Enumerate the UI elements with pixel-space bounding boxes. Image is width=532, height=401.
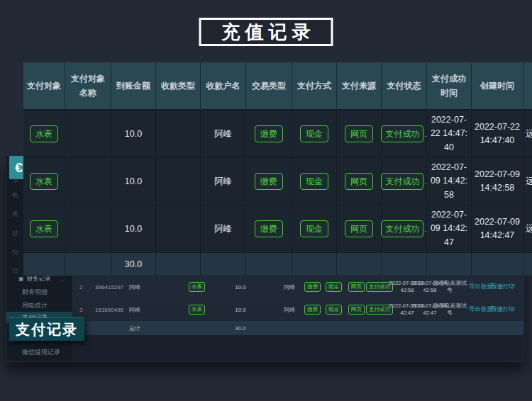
page-title-text: 充值记录	[217, 21, 316, 43]
status-badge: 支付成功	[381, 173, 423, 190]
remark: 远程电表测试号	[432, 280, 467, 295]
col-target-name: 支付对象名称	[65, 62, 111, 111]
cell-pay-method: 现金	[292, 158, 337, 205]
cell-empty	[292, 253, 337, 276]
col-remark	[523, 62, 532, 111]
row-number: 3	[79, 307, 82, 313]
col-create-time: 创建时间	[472, 62, 523, 111]
col-recv-type: 收款类型	[156, 62, 201, 111]
target-tag: 水表	[30, 220, 58, 237]
payee: 阿峰	[284, 283, 295, 291]
prepay-print-link[interactable]: 预缴打印	[491, 283, 515, 291]
pay-method-tag: 现金	[300, 220, 328, 237]
cell-pay-status: 支付成功.	[382, 205, 427, 253]
status-badge: 支付成功	[381, 220, 423, 237]
table-summary-row: 总计 30.0	[72, 321, 523, 335]
cell-pay-method: 现金	[292, 205, 337, 253]
cell-amount: 10.0	[111, 158, 156, 205]
cell-pay-target: 水表	[23, 158, 65, 205]
order-id: 161650495	[95, 307, 123, 313]
cell-empty	[523, 253, 532, 276]
sidebar-item-fragment: 知	[12, 248, 18, 257]
amount: 10.0	[228, 307, 253, 313]
cell-payee: 阿峰	[201, 205, 246, 253]
trade-type-tag: 缴费	[255, 173, 283, 190]
amount: 10.0	[228, 284, 253, 290]
pay-source-tag: 网页	[348, 282, 365, 292]
target-tag: 水表	[189, 282, 205, 292]
cell-empty	[23, 253, 65, 276]
pay-source-tag: 网页	[345, 173, 373, 190]
cell-payee: 阿峰	[201, 111, 246, 158]
cell-empty	[246, 253, 292, 276]
cell-target-name	[65, 111, 111, 158]
page-title: 充值记录	[199, 18, 333, 46]
sidebar-item-fragment: 水	[12, 176, 18, 185]
table-row: 水表 10.0 阿峰 缴费 现金 网页 支付成功. 2022-07-09 14:…	[23, 205, 532, 253]
col-success-time: 支付成功时间	[427, 62, 472, 111]
col-pay-source: 支付来源	[337, 62, 382, 111]
table-row: 水表 10.0 阿峰 缴费 现金 网页 支付成功. 2022-07-09 14:…	[23, 158, 532, 205]
cell-remark-partial: 远	[523, 111, 532, 158]
col-pay-status: 支付状态	[382, 62, 427, 111]
trade-type-tag: 缴费	[255, 220, 283, 237]
cell-total-amount: 30.0	[111, 253, 156, 276]
cell-pay-status: 支付成功.	[382, 158, 427, 205]
ellipsis-icon: ‥	[60, 276, 64, 283]
table-summary-row: 30.0	[23, 253, 532, 276]
cell-pay-target: 水表	[23, 205, 65, 253]
pay-source-tag: 网页	[345, 125, 373, 142]
cell-success-time: 2022-07-09 14:42:58	[427, 158, 472, 205]
target-tag: 水表	[189, 305, 205, 315]
cell-recv-type	[156, 158, 201, 205]
target-name: 阿峰	[129, 283, 140, 291]
cell-pay-source: 网页	[337, 111, 382, 158]
trade-type-tag: 缴费	[304, 305, 321, 315]
cell-payee: 阿峰	[201, 158, 246, 205]
cell-empty	[156, 253, 201, 276]
trade-type-tag: 缴费	[255, 125, 283, 142]
grid-icon: ▣	[18, 276, 24, 282]
pay-method-tag: 现金	[300, 173, 328, 190]
status-badge: 支付成功	[381, 125, 423, 142]
cell-empty	[201, 253, 246, 276]
target-name: 阿峰	[129, 306, 140, 314]
cell-remark-partial: 远	[523, 158, 532, 205]
cell-create-time: 2022-07-09 14:42:47	[472, 205, 523, 253]
table-header-row: 支付对象 支付对象名称 到账金额 收款类型 收款户名 交易类型 支付方式 支付来…	[23, 62, 532, 111]
col-pay-target: 支付对象	[23, 62, 65, 111]
sidebar-item-electric-stats[interactable]: 用电统计	[6, 300, 72, 311]
cell-amount: 10.0	[111, 205, 156, 253]
cell-pay-target: 水表	[23, 111, 65, 158]
cell-empty	[472, 253, 523, 276]
cell-empty	[65, 253, 111, 276]
col-payee: 收款户名	[201, 62, 246, 111]
cell-create-time: 2022-07-22 14:47:40	[472, 111, 523, 158]
prepay-print-link[interactable]: 预缴打印	[491, 305, 515, 314]
cell-amount: 10.0	[111, 111, 156, 158]
pay-method-tag: 现金	[326, 282, 342, 292]
remark: 远程电表测试号	[432, 303, 467, 317]
cell-trade-type: 缴费	[246, 205, 292, 253]
cell-success-time: 2022-07-22 14:47:40	[427, 111, 472, 158]
target-tag: 水表	[30, 125, 58, 142]
cell-pay-status: 支付成功.	[382, 111, 427, 158]
cell-trade-type: 缴费	[246, 111, 292, 158]
pay-source-tag: 网页	[345, 220, 373, 237]
sidebar-item-wechat-withdraw[interactable]: 微信提现记录	[6, 346, 72, 358]
sidebar-item-fragment: 抄	[12, 229, 18, 238]
col-amount: 到账金额	[111, 62, 156, 111]
cell-empty	[337, 253, 382, 276]
total-label: 总计	[129, 324, 140, 332]
sidebar-item-fragment: 电	[12, 191, 18, 200]
sidebar-item-finance-detail[interactable]: 财务明细	[6, 286, 72, 298]
target-tag: 水表	[30, 173, 58, 190]
export-receipt-link[interactable]: 导出收据	[469, 305, 493, 314]
order-id: 396415297	[95, 284, 123, 290]
export-receipt-link[interactable]: 导出收据	[469, 283, 493, 291]
cell-remark-partial: 远	[523, 205, 532, 253]
pay-source-tag: 网页	[348, 305, 365, 315]
payment-records-callout: 支付记录	[9, 317, 84, 341]
cell-create-time: 2022-07-09 14:42:58	[472, 158, 523, 205]
table-row: 2 396415297 阿峰 水表 10.0 阿峰 缴费 现金 网页 支付成功 …	[72, 276, 523, 299]
